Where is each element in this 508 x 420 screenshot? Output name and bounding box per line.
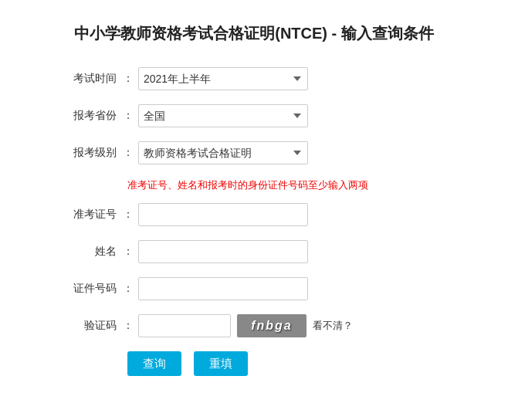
id-row: 证件号码 ：: [53, 277, 455, 300]
level-row: 报考级别 ： 教师资格考试合格证明 幼儿园 小学 初中: [53, 141, 455, 164]
id-label: 证件号码: [53, 282, 123, 296]
captcha-label: 验证码: [53, 319, 123, 333]
exam-time-label: 考试时间: [53, 72, 123, 86]
ticket-row: 准考证号 ：: [53, 203, 455, 226]
name-row: 姓名 ：: [53, 240, 455, 263]
reset-button[interactable]: 重填: [194, 351, 248, 376]
ticket-input[interactable]: [138, 203, 308, 226]
level-select[interactable]: 教师资格考试合格证明 幼儿园 小学 初中: [138, 141, 308, 164]
captcha-image[interactable]: fnbga: [237, 314, 306, 337]
province-colon: ：: [123, 109, 134, 123]
name-colon: ：: [123, 245, 134, 259]
captcha-refresh-link[interactable]: 看不清？: [313, 319, 353, 333]
query-button[interactable]: 查询: [127, 351, 181, 376]
captcha-input[interactable]: [138, 314, 231, 337]
name-label: 姓名: [53, 245, 123, 259]
button-row: 查询 重填: [127, 351, 455, 376]
name-control: [138, 240, 455, 263]
error-message: 准考证号、姓名和报考时的身份证件号码至少输入两项: [127, 178, 455, 192]
ticket-colon: ：: [123, 208, 134, 222]
exam-time-row: 考试时间 ： 2021年上半年 2020年下半年 2020年上半年: [53, 67, 455, 90]
exam-time-select[interactable]: 2021年上半年 2020年下半年 2020年上半年: [138, 67, 308, 90]
form-container: 考试时间 ： 2021年上半年 2020年下半年 2020年上半年 报考省份 ：…: [53, 67, 455, 376]
captcha-colon: ：: [123, 319, 134, 333]
id-control: [138, 277, 455, 300]
ticket-control: [138, 203, 455, 226]
province-row: 报考省份 ： 全国 北京 上海 广东: [53, 104, 455, 127]
page-title: 中小学教师资格考试合格证明(NTCE) - 输入查询条件: [23, 15, 485, 44]
level-control: 教师资格考试合格证明 幼儿园 小学 初中: [138, 141, 455, 164]
id-colon: ：: [123, 282, 134, 296]
page-wrapper: 中小学教师资格考试合格证明(NTCE) - 输入查询条件 考试时间 ： 2021…: [0, 0, 508, 420]
ticket-label: 准考证号: [53, 208, 123, 222]
id-input[interactable]: [138, 277, 308, 300]
name-input[interactable]: [138, 240, 308, 263]
level-label: 报考级别: [53, 146, 123, 160]
exam-time-colon: ：: [123, 72, 134, 86]
level-colon: ：: [123, 146, 134, 160]
province-control: 全国 北京 上海 广东: [138, 104, 455, 127]
captcha-row: 验证码 ： fnbga 看不清？: [53, 314, 455, 337]
province-label: 报考省份: [53, 109, 123, 123]
province-select[interactable]: 全国 北京 上海 广东: [138, 104, 308, 127]
exam-time-control: 2021年上半年 2020年下半年 2020年上半年: [138, 67, 455, 90]
